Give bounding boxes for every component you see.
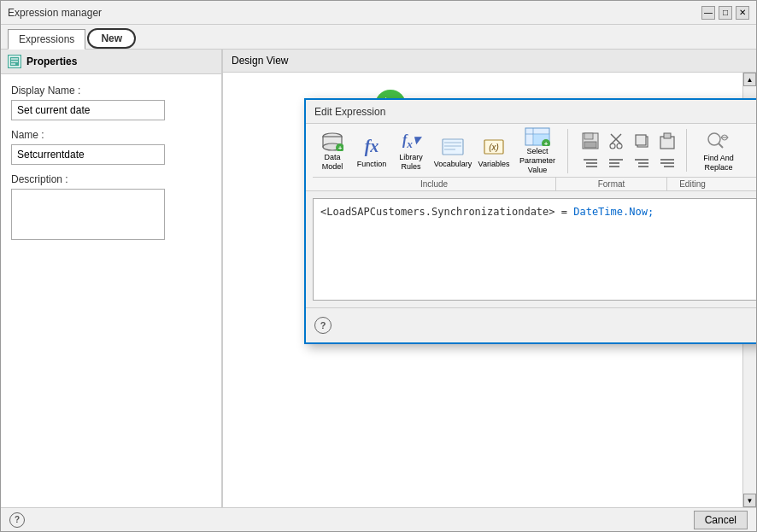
minimize-button[interactable]: —: [701, 6, 715, 20]
properties-form: Display Name : Name : Description :: [1, 74, 221, 250]
expression-editor[interactable]: <LoadSAPCustomers.Synchronizationdate> =…: [313, 198, 756, 301]
toolbar-format4-button[interactable]: [655, 155, 679, 172]
variables-label: Variables: [478, 160, 510, 168]
editing-group-label: Editing: [666, 178, 718, 190]
select-parameter-label: Select ParameterValue: [516, 147, 559, 174]
toolbar-variables-button[interactable]: (x) Variables: [475, 129, 513, 173]
format-icons-row: [578, 129, 679, 153]
design-canvas: Expression !: [223, 73, 756, 507]
dialog-title-bar: Edit Expression — □ ✕: [306, 100, 756, 124]
toolbar-include-group: + DataModel fx Function: [313, 129, 568, 173]
svg-text:+: +: [544, 140, 549, 146]
toolbar-format3-button[interactable]: [630, 155, 654, 172]
toolbar-format-group: [572, 129, 687, 172]
properties-title: Properties: [26, 56, 77, 67]
svg-point-29: [610, 143, 615, 149]
format-group-label: Format: [555, 178, 666, 190]
toolbar-save-button[interactable]: [578, 129, 602, 153]
svg-rect-34: [664, 133, 671, 138]
display-name-group: Display Name :: [11, 85, 211, 120]
design-view-header: Design View: [223, 50, 756, 73]
display-name-label: Display Name :: [11, 85, 211, 96]
dialog-toolbar: + DataModel fx Function: [306, 124, 756, 191]
dialog-title: Edit Expression: [314, 106, 385, 118]
display-name-input[interactable]: [11, 100, 165, 120]
include-group-label: Include: [313, 178, 555, 190]
name-input[interactable]: [11, 144, 165, 165]
svg-text:(x): (x): [489, 143, 499, 152]
find-replace-icon: [703, 131, 734, 153]
scrollbar-down-button[interactable]: ▼: [743, 494, 756, 507]
bottom-help-button[interactable]: ?: [9, 512, 25, 528]
properties-header: Properties: [1, 50, 221, 74]
toolbar-group-labels: Include Format Editing: [313, 177, 756, 190]
help-button[interactable]: ?: [314, 317, 332, 334]
toolbar-editing-group: Find AndReplace: [690, 129, 747, 173]
title-bar: Expression manager — □ ✕: [1, 1, 756, 25]
main-window: Expression manager — □ ✕ Expressions New…: [0, 0, 757, 532]
properties-icon: [8, 55, 21, 68]
svg-rect-32: [636, 135, 646, 145]
title-controls: — □ ✕: [701, 6, 749, 20]
svg-rect-25: [584, 133, 593, 139]
expression-field-text: <LoadSAPCustomers.Synchronizationdate> =: [320, 206, 573, 218]
name-label: Name :: [11, 129, 211, 141]
tab-bar: Expressions New: [1, 25, 756, 50]
toolbar-select-parameter-button[interactable]: + Select ParameterValue: [514, 129, 560, 173]
properties-panel: Properties Display Name : Name : Descrip…: [1, 50, 223, 507]
svg-rect-12: [443, 139, 463, 155]
description-label: Description :: [11, 173, 211, 185]
format-row-2: [578, 155, 679, 172]
toolbar-format2-button[interactable]: [604, 155, 628, 172]
maximize-button[interactable]: □: [719, 6, 732, 20]
function-icon: fx: [360, 135, 384, 159]
toolbar-icons-area: + DataModel fx Function: [306, 124, 756, 177]
expression-keyword: DateTime.Now;: [573, 206, 654, 218]
svg-line-48: [719, 143, 723, 148]
design-view-panel: Design View: [223, 50, 756, 507]
svg-point-47: [708, 133, 720, 145]
bottom-cancel-button[interactable]: Cancel: [694, 511, 748, 529]
tab-new[interactable]: New: [87, 28, 136, 49]
toolbar-library-rules-button[interactable]: fx▾ LibraryRules: [391, 129, 431, 173]
svg-rect-26: [584, 142, 596, 148]
tab-expressions[interactable]: Expressions: [8, 29, 85, 50]
select-parameter-icon: +: [524, 127, 551, 146]
description-group: Description :: [11, 173, 211, 240]
scrollbar-up-button[interactable]: ▲: [743, 73, 756, 86]
variables-icon: (x): [482, 135, 506, 159]
find-replace-label: Find AndReplace: [703, 154, 734, 172]
toolbar-data-model-button[interactable]: + DataModel: [313, 129, 352, 173]
data-model-label: DataModel: [322, 153, 343, 172]
library-rules-icon: fx▾: [399, 131, 423, 152]
toolbar-format1-button[interactable]: [578, 155, 602, 172]
edit-expression-dialog: Edit Expression — □ ✕: [304, 98, 756, 344]
toolbar-cut-button[interactable]: [604, 129, 628, 153]
vocabulary-label: Vocabulary: [434, 160, 472, 168]
close-button[interactable]: ✕: [736, 6, 749, 20]
data-model-icon: +: [320, 131, 344, 152]
function-label: Function: [357, 160, 387, 168]
description-input[interactable]: [11, 189, 165, 240]
toolbar-paste-button[interactable]: [655, 129, 679, 153]
vocabulary-icon: [441, 135, 465, 159]
svg-point-30: [617, 143, 622, 149]
toolbar-function-button[interactable]: fx Function: [354, 129, 390, 173]
name-group: Name :: [11, 129, 211, 165]
toolbar-copy-button[interactable]: [630, 129, 654, 153]
main-content: Properties Display Name : Name : Descrip…: [1, 50, 756, 507]
toolbar-vocabulary-button[interactable]: Vocabulary: [432, 129, 473, 173]
dialog-footer: ? Ok Cancel: [306, 307, 756, 342]
bottom-bar: ? Cancel: [1, 507, 756, 531]
svg-text:+: +: [338, 144, 343, 151]
window-title: Expression manager: [8, 7, 102, 19]
library-rules-label: LibraryRules: [399, 153, 423, 172]
toolbar-find-replace-button[interactable]: Find AndReplace: [695, 129, 742, 173]
